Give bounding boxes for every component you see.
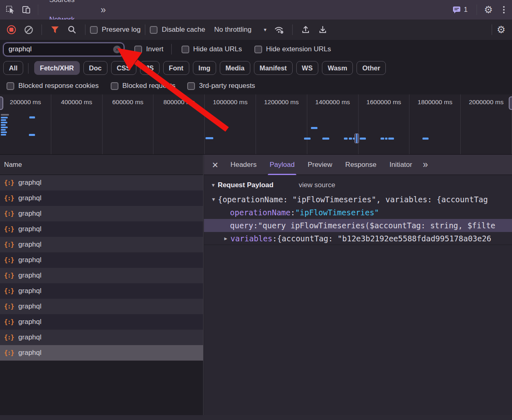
details-tab[interactable]: Response — [345, 155, 376, 175]
request-name: graphql — [18, 241, 42, 249]
waterfall-bar — [322, 138, 329, 140]
payload-operation-row[interactable]: operationName: "ipFlowTimeseries" — [204, 206, 512, 219]
resource-type-chip[interactable]: Img — [193, 61, 216, 75]
resource-type-chip[interactable]: Font — [163, 61, 189, 75]
waterfall-bar — [1, 127, 8, 128]
hide-extension-urls-label: Hide extension URLs — [266, 45, 331, 53]
timeline-bars — [0, 94, 512, 154]
waterfall-bar — [1, 117, 8, 118]
network-request-row[interactable]: {:} graphql — [0, 314, 203, 330]
preserve-log-checkbox[interactable] — [90, 26, 98, 34]
advanced-filter-checkbox[interactable] — [111, 82, 118, 90]
hide-extension-urls-checkbox[interactable] — [254, 46, 262, 53]
waterfall-bar — [1, 134, 6, 136]
disable-cache-checkbox[interactable] — [150, 26, 158, 34]
resource-type-chip[interactable]: JS — [140, 61, 160, 75]
resource-type-chip[interactable]: All — [3, 61, 23, 75]
advanced-filter-label: Blocked requests — [123, 82, 175, 90]
payload-variables-row[interactable]: ▶ variables: {accountTag: "b12e3b2192ee5… — [204, 232, 512, 245]
json-request-icon: {:} — [4, 287, 14, 295]
network-request-row[interactable]: {:} graphql — [0, 206, 203, 221]
request-name: graphql — [18, 225, 42, 233]
more-details-tabs-icon[interactable]: » — [423, 160, 428, 169]
waterfall-bar — [354, 133, 359, 143]
name-column-header[interactable]: Name — [0, 155, 203, 175]
kebab-menu-icon[interactable] — [503, 6, 505, 13]
import-har-icon[interactable] — [300, 24, 312, 36]
resource-type-chip[interactable]: WS — [296, 61, 319, 75]
network-request-row[interactable]: {:} graphql — [0, 299, 203, 314]
settings-gear-icon[interactable]: ⚙ — [481, 3, 495, 17]
device-toolbar-icon[interactable] — [20, 3, 33, 17]
tabbar-right-cluster: 1 ⚙ — [452, 3, 512, 17]
view-source-link[interactable]: view source — [299, 181, 335, 189]
request-payload-title: Request Payload — [218, 181, 274, 189]
network-overview-timeline[interactable]: 200000 ms400000 ms600000 ms800000 ms1000… — [0, 94, 512, 155]
collapse-node-icon[interactable]: ▼ — [212, 197, 215, 202]
waterfall-bar — [206, 137, 213, 139]
resource-type-chip[interactable]: Wasm — [322, 61, 353, 75]
resource-type-chip[interactable]: CSS — [111, 61, 136, 75]
throttling-value: No throttling — [214, 26, 252, 34]
export-har-icon[interactable] — [317, 24, 329, 36]
network-request-row[interactable]: {:} graphql — [0, 330, 203, 345]
divider — [42, 24, 42, 35]
resource-type-chip[interactable]: Fetch/XHR — [34, 61, 79, 75]
invert-label: Invert — [146, 45, 164, 53]
request-name: graphql — [18, 210, 42, 218]
request-name: graphql — [18, 287, 42, 295]
resource-type-chip[interactable]: Manifest — [254, 61, 293, 75]
filter-toggle-icon[interactable] — [49, 24, 61, 36]
details-tab[interactable]: Payload — [269, 155, 294, 175]
expand-node-icon[interactable]: ▶ — [224, 236, 227, 241]
throttling-select[interactable]: No throttling ▼ — [214, 26, 267, 34]
details-tabbar: × HeadersPayloadPreviewResponseInitiator… — [204, 155, 512, 175]
waterfall-bar — [349, 138, 352, 140]
network-request-row[interactable]: {:} graphql — [0, 237, 203, 252]
details-tab[interactable]: Initiator — [389, 155, 412, 175]
panel-tab[interactable]: Sources — [48, 0, 90, 10]
payload-query-row[interactable]: query: "query ipFlowTimeseries($accountT… — [204, 219, 512, 232]
search-icon[interactable] — [66, 24, 78, 36]
network-request-row[interactable]: {:} graphql — [0, 283, 203, 299]
waterfall-bar — [29, 134, 35, 136]
close-details-icon[interactable]: × — [212, 160, 218, 170]
network-settings-gear-icon[interactable]: ⚙ — [497, 25, 505, 35]
network-conditions-icon[interactable] — [273, 24, 285, 36]
network-request-row[interactable]: {:} graphql — [0, 268, 203, 283]
json-request-icon: {:} — [4, 318, 14, 326]
resource-type-chip[interactable]: Doc — [83, 61, 107, 75]
resource-type-chip[interactable]: Media — [220, 61, 250, 75]
inspect-element-icon[interactable] — [3, 3, 17, 17]
timeline-right-grip[interactable] — [509, 96, 512, 110]
network-request-row[interactable]: {:} graphql — [0, 345, 203, 361]
preserve-log-label: Preserve log — [102, 26, 140, 34]
issues-button[interactable]: 1 — [452, 5, 468, 14]
details-tab[interactable]: Headers — [230, 155, 256, 175]
waterfall-bar — [1, 114, 9, 116]
advanced-filter-checkbox[interactable] — [7, 82, 14, 90]
network-request-row[interactable]: {:} graphql — [0, 221, 203, 237]
advanced-filter-label: 3rd-party requests — [199, 82, 255, 90]
more-panels-icon[interactable]: » — [101, 5, 106, 15]
record-network-log-button[interactable] — [7, 25, 16, 34]
clear-network-log-icon[interactable] — [22, 24, 35, 36]
collapse-section-icon[interactable]: ▼ — [211, 182, 216, 188]
resource-type-chip[interactable]: Other — [357, 61, 386, 75]
details-tab[interactable]: Preview — [308, 155, 332, 175]
request-name: graphql — [18, 194, 42, 202]
timeline-left-grip[interactable] — [0, 96, 3, 110]
invert-checkbox[interactable] — [134, 46, 142, 53]
hide-data-urls-checkbox[interactable] — [182, 46, 189, 53]
filter-input[interactable] — [9, 45, 113, 53]
divider — [38, 4, 38, 15]
waterfall-bar — [422, 138, 429, 140]
network-request-row[interactable]: {:} graphql — [0, 252, 203, 268]
network-toolbar: Preserve log Disable cache No throttling… — [0, 20, 512, 40]
network-request-row[interactable]: {:} graphql — [0, 175, 203, 190]
request-payload-section-header: ▼ Request Payload view source — [204, 175, 512, 193]
advanced-filter-checkbox[interactable] — [187, 82, 195, 90]
payload-root-row[interactable]: ▼ {operationName: "ipFlowTimeseries", va… — [204, 193, 512, 206]
clear-filter-icon[interactable]: × — [113, 46, 121, 53]
network-request-row[interactable]: {:} graphql — [0, 190, 203, 206]
